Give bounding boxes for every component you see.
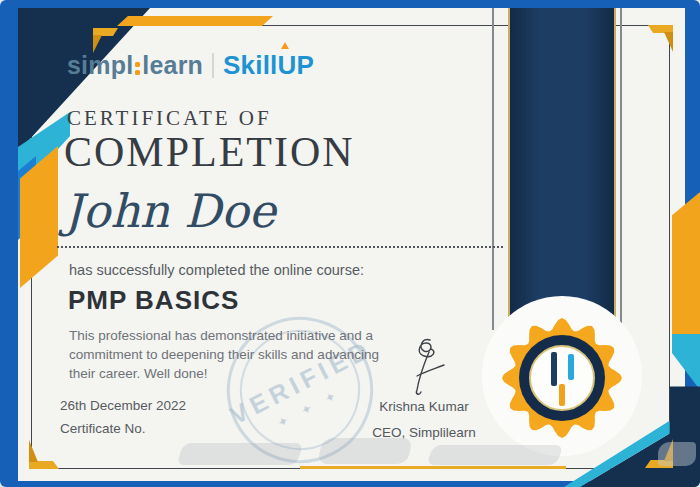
simplilearn-bars-icon	[559, 384, 565, 406]
watermark-silhouette	[658, 442, 696, 466]
ribbon-guide-line-right	[620, 8, 622, 330]
gold-corner-bracket-icon	[29, 440, 59, 469]
signature-scribble	[392, 336, 458, 396]
top-gold-bar	[117, 16, 273, 26]
description-line: their career. Well done!	[69, 364, 379, 383]
logo-u-letter: U	[278, 50, 297, 80]
bottom-gold-line	[300, 466, 566, 469]
certificate-of-completion: VERIFIED ✦ ✦ ✦ simpl learn SkillUP CERTI…	[0, 0, 700, 487]
watermark-silhouette	[317, 438, 413, 464]
certificate-no-label: Certificate No.	[60, 421, 146, 436]
recipient-name: John Doe	[64, 184, 276, 238]
issue-date: 26th December 2022	[60, 398, 186, 413]
logo-brand-left: simpl	[67, 51, 133, 80]
right-gold-stripe	[672, 192, 700, 338]
bracket-arm	[93, 28, 118, 36]
simplilearn-dots-icon	[135, 62, 140, 75]
completion-statement: has successfully completed the online co…	[69, 262, 364, 278]
logo-product: SkillUP	[223, 50, 314, 81]
description-line: commitment to deepening their skills and…	[69, 345, 379, 364]
description-paragraph: This professional has demonstrated initi…	[69, 326, 379, 383]
skillup-arrow-icon	[281, 42, 289, 49]
bracket-fold	[29, 440, 38, 462]
gold-corner-bracket-icon	[648, 25, 673, 53]
simplilearn-bars-icon	[551, 352, 557, 386]
logo-product-prefix: Skill	[223, 50, 277, 80]
logo-product-u: U	[278, 50, 297, 81]
name-dotted-line	[57, 246, 503, 248]
bracket-arm	[29, 461, 59, 469]
bracket-fold	[664, 32, 673, 52]
ribbon-guide-line-left	[492, 8, 494, 330]
certificate-heading-large: COMPLETION	[64, 128, 355, 176]
simplilearn-skillup-logo: simpl learn SkillUP	[67, 48, 314, 82]
watermark-silhouette	[176, 443, 303, 465]
simplilearn-bars-icon	[568, 354, 574, 380]
logo-product-suffix: P	[297, 50, 315, 80]
signer-name: Krishna Kumar	[353, 399, 495, 414]
bracket-arm	[648, 25, 673, 33]
logo-brand-right: learn	[142, 51, 203, 80]
logo-divider	[212, 53, 214, 78]
watermark-silhouette	[426, 445, 563, 465]
course-title: PMP BASICS	[68, 285, 239, 316]
description-line: This professional has demonstrated initi…	[69, 326, 379, 345]
